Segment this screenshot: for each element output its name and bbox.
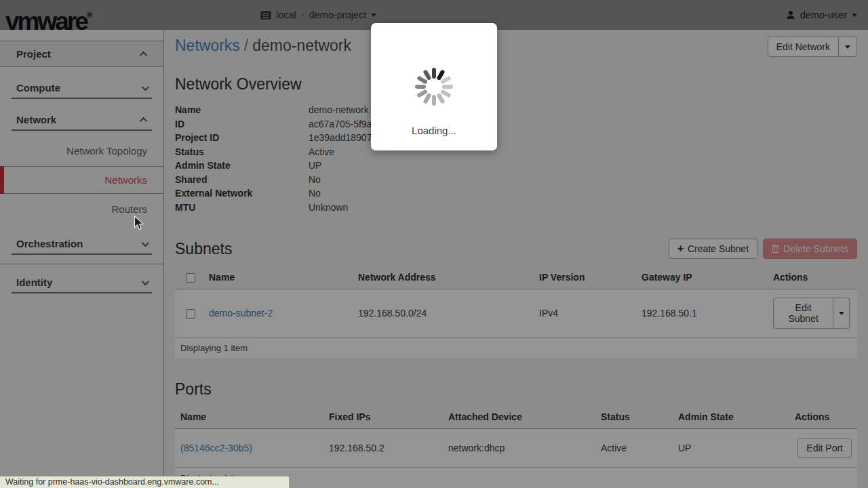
loading-text: Loading... <box>371 125 497 136</box>
loading-modal: Loading... <box>371 23 497 150</box>
browser-status-bubble: Waiting for prme-haas-vio-dashboard.eng.… <box>0 476 290 488</box>
spinner-icon <box>412 65 456 108</box>
mouse-cursor <box>134 216 145 232</box>
